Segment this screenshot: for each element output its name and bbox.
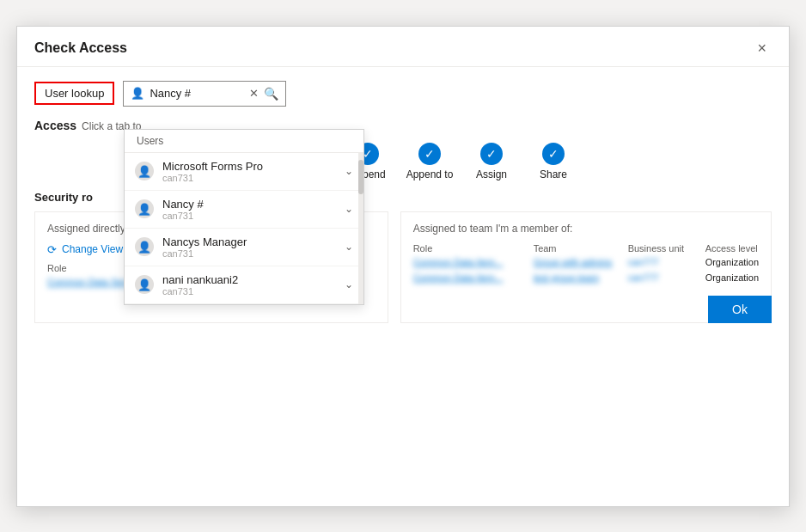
- dropdown-header: Users: [125, 130, 363, 153]
- bu-value-2: can777: [628, 257, 705, 267]
- dropdown-item[interactable]: 👤 Microsoft Forms Pro can731 ⌄: [125, 153, 363, 191]
- col-role-2: Role: [413, 243, 534, 254]
- permission-label: Share: [540, 168, 567, 180]
- permission-item: ✓ Share: [522, 143, 584, 180]
- search-icon: 🔍: [264, 87, 278, 101]
- assigned-team-title: Assigned to team I'm a member of:: [413, 223, 759, 235]
- role-link-2[interactable]: Common Data Item...: [413, 257, 534, 267]
- user-lookup-label: User lookup: [34, 82, 114, 105]
- role-link-3[interactable]: Common Data Item...: [413, 272, 534, 283]
- lookup-clear-button[interactable]: ✕: [249, 87, 259, 100]
- level-value-2: Organization: [705, 257, 759, 267]
- dropdown-scrollbar[interactable]: [358, 153, 363, 304]
- dropdown-item[interactable]: 👤 Nancys Manager can731 ⌄: [125, 229, 363, 266]
- col-level-2: Access level: [705, 243, 758, 254]
- access-label: Access: [34, 119, 76, 132]
- user-avatar-icon: 👤: [135, 237, 154, 256]
- dropdown-scrollthumb: [358, 160, 363, 194]
- permission-label: Assign: [476, 168, 507, 180]
- check-icon: ✓: [418, 143, 441, 165]
- dialog-header: Check Access ×: [17, 27, 789, 67]
- lookup-input[interactable]: 👤 Nancy # ✕ 🔍: [123, 81, 286, 107]
- team-link-2[interactable]: test group team: [534, 272, 628, 283]
- user-dropdown: Users 👤 Microsoft Forms Pro can731 ⌄ 👤 N…: [124, 129, 364, 305]
- dialog-title: Check Access: [34, 40, 127, 56]
- dropdown-item-name: nani nankuani2: [162, 273, 336, 286]
- level-value-3: Organization: [705, 272, 759, 283]
- lookup-current-value: Nancy #: [150, 87, 244, 100]
- chevron-down-icon: ⌄: [345, 278, 353, 290]
- permission-item: ✓ Assign: [461, 143, 522, 180]
- chevron-down-icon: ⌄: [345, 165, 353, 177]
- dropdown-item-sub: can731: [162, 248, 336, 259]
- table-row: Common Data Item... Group with admins ca…: [413, 257, 759, 267]
- dropdown-item-sub: can731: [162, 211, 336, 221]
- user-lookup-row: User lookup 👤 Nancy # ✕ 🔍 Users 👤 Micros…: [34, 81, 772, 107]
- check-access-dialog: Check Access × User lookup 👤 Nancy # ✕ 🔍…: [16, 26, 790, 507]
- dialog-footer: Ok: [708, 296, 772, 323]
- dropdown-item-info: Nancys Manager can731: [162, 235, 336, 259]
- bu-value-3: can777: [628, 272, 705, 283]
- security-roles-label: Security ro: [34, 191, 93, 204]
- close-button[interactable]: ×: [752, 39, 772, 58]
- dropdown-item-info: Nancy # can731: [162, 198, 336, 221]
- dropdown-item-name: Nancys Manager: [162, 235, 336, 248]
- chevron-down-icon: ⌄: [345, 241, 353, 253]
- dropdown-item-info: Microsoft Forms Pro can731: [162, 160, 336, 183]
- dropdown-item-sub: can731: [162, 286, 336, 297]
- col-bu-2: Business unit: [628, 243, 705, 254]
- chevron-down-icon: ⌄: [345, 203, 353, 215]
- user-avatar-icon: 👤: [135, 162, 154, 180]
- permission-item: ✓ Append to: [399, 143, 461, 180]
- dropdown-item[interactable]: 👤 nani nankuani2 can731 ⌄: [125, 266, 363, 304]
- dropdown-item-name: Nancy #: [162, 198, 336, 211]
- table-row: Common Data Item... test group team can7…: [413, 272, 759, 283]
- assigned-team-table-header: Role Team Business unit Access level: [413, 243, 759, 254]
- dialog-body: User lookup 👤 Nancy # ✕ 🔍 Users 👤 Micros…: [17, 67, 789, 337]
- col-team: Team: [534, 243, 628, 254]
- user-person-icon: 👤: [131, 87, 144, 100]
- check-icon: ✓: [480, 143, 503, 165]
- user-avatar-icon: 👤: [135, 275, 154, 294]
- check-icon: ✓: [542, 143, 565, 165]
- user-avatar-icon: 👤: [135, 199, 154, 218]
- team-link[interactable]: Group with admins: [534, 257, 628, 267]
- change-view-link[interactable]: Change View: [62, 243, 123, 255]
- dropdown-list: 👤 Microsoft Forms Pro can731 ⌄ 👤 Nancy #…: [125, 153, 363, 304]
- dropdown-item[interactable]: 👤 Nancy # can731 ⌄: [125, 191, 363, 229]
- dropdown-item-info: nani nankuani2 can731: [162, 273, 336, 297]
- permission-label: Append to: [406, 168, 454, 180]
- dropdown-item-name: Microsoft Forms Pro: [162, 160, 336, 173]
- dropdown-item-sub: can731: [162, 173, 336, 183]
- change-view-icon: ⟳: [47, 243, 57, 256]
- ok-button[interactable]: Ok: [708, 296, 772, 323]
